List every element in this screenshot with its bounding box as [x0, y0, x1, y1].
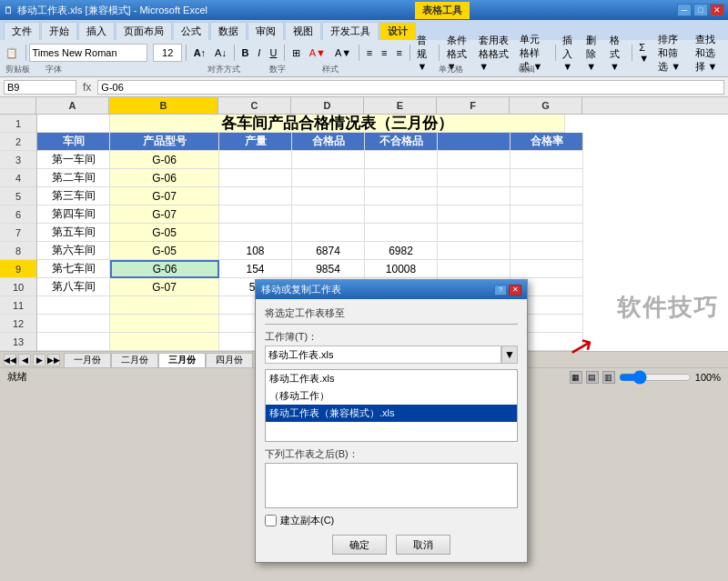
row-num-1[interactable]: 1: [0, 115, 36, 133]
row-num-9[interactable]: 9: [0, 260, 36, 278]
cell-d9[interactable]: 9854: [292, 260, 365, 278]
view-normal[interactable]: ▦: [570, 371, 582, 384]
dialog-workbook-listbox[interactable]: 移动工作表.xls （移动工作） 移动工作表（兼容模式）.xls: [265, 369, 518, 442]
cell-b7[interactable]: G-05: [110, 224, 219, 242]
dialog-sheet-listbox[interactable]: [265, 463, 518, 508]
row-num-8[interactable]: 8: [0, 242, 36, 260]
row-num-6[interactable]: 6: [0, 205, 36, 224]
cell-g3[interactable]: [511, 151, 583, 169]
align-left-button[interactable]: ≡: [363, 43, 376, 63]
decrease-font-button[interactable]: A↓: [211, 43, 230, 63]
cell-c3[interactable]: [219, 151, 292, 169]
col-header-f[interactable]: F: [437, 97, 510, 114]
cell-f7[interactable]: [438, 224, 511, 242]
tab-insert[interactable]: 插入: [78, 22, 115, 40]
cell-e6[interactable]: [365, 205, 438, 224]
border-button[interactable]: ⊞: [288, 43, 304, 63]
dialog-workbook-input[interactable]: [265, 346, 501, 364]
dialog-help-button[interactable]: ?: [494, 285, 507, 296]
view-pagebreak[interactable]: ▥: [602, 371, 615, 384]
tab-start[interactable]: 开始: [41, 22, 77, 40]
cell-b4[interactable]: G-06: [110, 169, 219, 187]
cell-g9[interactable]: [511, 260, 583, 278]
cell-d3[interactable]: [292, 151, 365, 169]
cell-a11[interactable]: [37, 296, 110, 315]
row-num-12[interactable]: 12: [0, 315, 36, 333]
tab-page-layout[interactable]: 页面布局: [116, 22, 172, 40]
col-header-d[interactable]: D: [291, 97, 364, 114]
fill-color-button[interactable]: A▼: [306, 43, 329, 63]
col-header-g[interactable]: G: [510, 97, 582, 114]
cell-c7[interactable]: [219, 224, 292, 242]
close-button[interactable]: ✕: [710, 4, 724, 16]
sheet-tab-apr[interactable]: 四月份: [206, 353, 253, 367]
row-num-3[interactable]: 3: [0, 151, 36, 169]
cell-b6[interactable]: G-07: [110, 205, 219, 224]
cell-b1[interactable]: 各车间产品合格情况表（三月份）: [110, 115, 565, 133]
dialog-copy-checkbox[interactable]: [265, 515, 277, 526]
cell-e2[interactable]: 不合格品: [365, 133, 438, 151]
cell-d4[interactable]: [292, 169, 365, 187]
cell-e8[interactable]: 6982: [365, 242, 438, 260]
sheet-tab-feb[interactable]: 二月份: [111, 353, 158, 367]
cell-a12[interactable]: [37, 315, 110, 333]
cell-style-button[interactable]: 单元格样式 ▼: [516, 43, 551, 63]
col-header-b[interactable]: B: [109, 97, 218, 114]
col-header-e[interactable]: E: [364, 97, 437, 114]
table-style-button[interactable]: 套用表格格式 ▼: [475, 43, 514, 63]
cell-f5[interactable]: [438, 187, 511, 205]
tab-data[interactable]: 数据: [210, 22, 247, 40]
tab-review[interactable]: 审阅: [248, 22, 284, 40]
cell-f4[interactable]: [438, 169, 511, 187]
tab-file[interactable]: 文件: [4, 22, 40, 40]
cell-b11[interactable]: [110, 296, 219, 315]
minimize-button[interactable]: ─: [677, 4, 692, 16]
cell-d2[interactable]: 合格品: [292, 133, 365, 151]
zoom-slider[interactable]: [619, 370, 692, 385]
cell-a8[interactable]: 第六车间: [37, 242, 110, 260]
cell-b13[interactable]: [110, 333, 219, 351]
find-select-button[interactable]: 查找和选择 ▼: [692, 43, 726, 63]
listbox-item-2[interactable]: （移动工作）: [266, 387, 517, 405]
dialog-close-button[interactable]: ✕: [509, 285, 521, 296]
row-num-7[interactable]: 7: [0, 224, 36, 242]
cell-e9[interactable]: 10008: [365, 260, 438, 278]
cell-a5[interactable]: 第三车间: [37, 187, 110, 205]
maximize-button[interactable]: □: [693, 4, 708, 16]
cell-a4[interactable]: 第二车间: [37, 169, 110, 187]
delete-button[interactable]: 删除 ▼: [582, 43, 604, 63]
cell-g6[interactable]: [511, 205, 583, 224]
tab-nav-last[interactable]: ▶▶: [47, 354, 60, 366]
dialog-ok-button[interactable]: 确定: [332, 535, 387, 555]
cell-g8[interactable]: [511, 242, 583, 260]
sheet-tab-jan[interactable]: 一月份: [64, 353, 111, 367]
listbox-item-3[interactable]: 移动工作表（兼容模式）.xls: [266, 405, 517, 422]
cell-f3[interactable]: [438, 151, 511, 169]
dialog-workbook-dropdown[interactable]: ▼: [501, 346, 518, 364]
cell-d8[interactable]: 6874: [292, 242, 365, 260]
tab-formula[interactable]: 公式: [173, 22, 209, 40]
row-num-2[interactable]: 2: [0, 133, 36, 151]
listbox-item-1[interactable]: 移动工作表.xls: [266, 370, 517, 387]
sort-filter-button[interactable]: 排序和筛选 ▼: [654, 43, 689, 63]
cell-b12[interactable]: [110, 315, 219, 333]
cell-b3[interactable]: G-06: [110, 151, 219, 169]
cell-d6[interactable]: [292, 205, 365, 224]
increase-font-button[interactable]: A↑: [190, 43, 209, 63]
formula-input[interactable]: [97, 80, 724, 95]
font-name-input[interactable]: Times New Roman: [29, 44, 147, 62]
tab-developer[interactable]: 开发工具: [322, 22, 379, 40]
cell-e5[interactable]: [365, 187, 438, 205]
cell-a6[interactable]: 第四车间: [37, 205, 110, 224]
cell-a9[interactable]: 第七车间: [37, 260, 110, 278]
cell-g2[interactable]: 合格率: [511, 133, 583, 151]
cell-b9[interactable]: G-06: [110, 260, 219, 278]
row-num-10[interactable]: 10: [0, 278, 36, 296]
dialog-title-controls[interactable]: ? ✕: [494, 285, 521, 296]
cell-f6[interactable]: [438, 205, 511, 224]
cell-e3[interactable]: [365, 151, 438, 169]
align-right-button[interactable]: ≡: [393, 43, 406, 63]
cell-d5[interactable]: [292, 187, 365, 205]
name-box[interactable]: [4, 80, 76, 95]
insert-button[interactable]: 插入 ▼: [559, 43, 581, 63]
